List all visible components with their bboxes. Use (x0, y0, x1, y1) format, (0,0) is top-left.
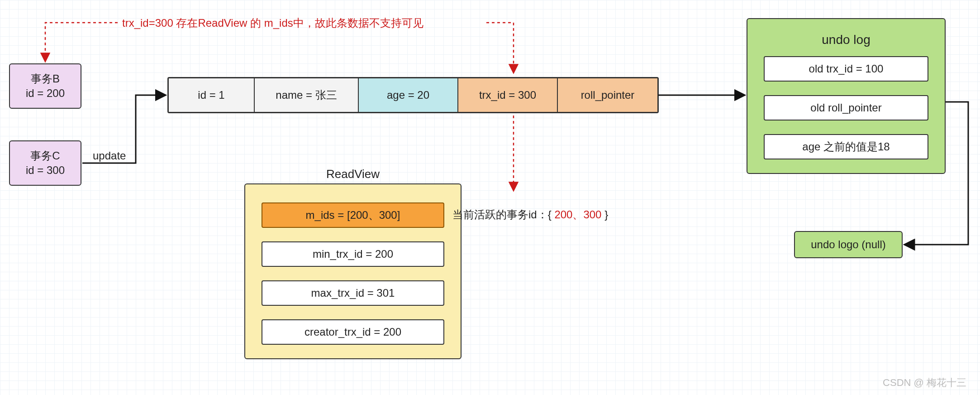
readview-m-ids: m_ids = [200、300] (262, 202, 444, 228)
cell-trx-id: trx_id = 300 (458, 78, 558, 112)
readview-creator-trx-id: creator_trx_id = 200 (262, 319, 444, 345)
watermark: CSDN @ 梅花十三 (883, 376, 966, 390)
active-txn-ids: 200、300 (554, 208, 601, 221)
transaction-c-box: 事务C id = 300 (9, 140, 81, 186)
cell-age: age = 20 (359, 78, 458, 112)
update-label: update (93, 149, 126, 162)
data-row: id = 1 name = 张三 age = 20 trx_id = 300 r… (167, 77, 659, 113)
transaction-b-name: 事务B (31, 72, 60, 86)
undo-null-box: undo logo (null) (794, 231, 903, 258)
annotation-visibility: trx_id=300 存在ReadView 的 m_ids中，故此条数据不支持可… (122, 16, 423, 30)
active-transactions-label: 当前活跃的事务id：{ 200、300 } (452, 207, 608, 222)
undo-log-panel: undo log old trx_id = 100 old roll_point… (747, 18, 946, 174)
undo-age-prev: age 之前的值是18 (764, 134, 928, 159)
transaction-c-id: id = 300 (26, 163, 65, 178)
cell-name: name = 张三 (255, 78, 359, 112)
transaction-b-box: 事务B id = 200 (9, 63, 81, 109)
readview-min-trx-id: min_trx_id = 200 (262, 241, 444, 267)
active-txn-suffix: } (601, 208, 608, 221)
cell-id: id = 1 (169, 78, 255, 112)
undo-old-trx-id: old trx_id = 100 (764, 56, 928, 82)
transaction-b-id: id = 200 (26, 86, 65, 101)
readview-panel: ReadView m_ids = [200、300] min_trx_id = … (244, 183, 461, 359)
readview-max-trx-id: max_trx_id = 301 (262, 280, 444, 306)
active-txn-prefix: 当前活跃的事务id：{ (452, 208, 554, 221)
cell-roll-pointer: roll_pointer (558, 78, 657, 112)
transaction-c-name: 事务C (30, 149, 60, 163)
undo-log-title: undo log (764, 33, 928, 47)
undo-old-roll-pointer: old roll_pointer (764, 95, 928, 120)
readview-title: ReadView (245, 167, 461, 181)
